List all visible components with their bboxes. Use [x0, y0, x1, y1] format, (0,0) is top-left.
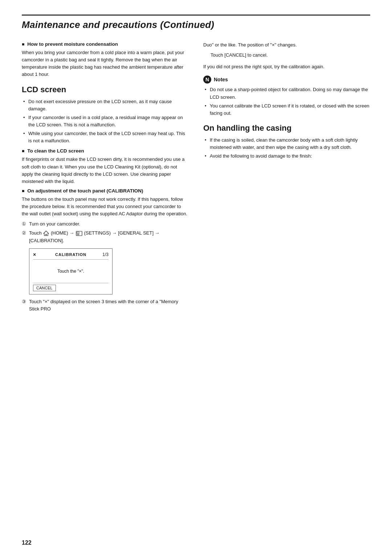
- svg-rect-2: [77, 232, 79, 233]
- lcd-bullet-list: Do not exert excessive pressure on the L…: [22, 98, 189, 145]
- calibration-box: × CALIBRATION 1/3 Touch the "×". CANCEL: [29, 248, 113, 294]
- clean-lcd-heading: To clean the LCD screen: [22, 148, 189, 154]
- left-column: How to prevent moisture condensation Whe…: [22, 41, 189, 315]
- right-column: Duo" or the like. The position of "×" ch…: [203, 41, 370, 315]
- list-item: If the casing is soiled, clean the camco…: [203, 137, 370, 151]
- list-item: Do not exert excessive pressure on the L…: [22, 98, 189, 113]
- step-num: ①: [22, 220, 26, 228]
- cancel-button[interactable]: CANCEL: [33, 285, 56, 291]
- page-header: Maintenance and precautions (Continued): [22, 15, 370, 31]
- notes-icon: N: [203, 76, 211, 84]
- list-item: While using your camcorder, the back of …: [22, 130, 189, 145]
- continuation-text: Duo" or the like. The position of "×" ch…: [203, 41, 370, 49]
- calib-page: 1/3: [93, 252, 109, 257]
- list-item: Do not use a sharp-pointed object for ca…: [203, 86, 370, 101]
- list-item: ① Turn on your camcorder.: [22, 220, 189, 228]
- moisture-body: When you bring your camcorder from a col…: [22, 49, 189, 78]
- cancel-text: Touch [CANCEL] to cancel.: [211, 52, 370, 59]
- list-item: ② Touch (HOME) →: [22, 229, 189, 245]
- two-column-layout: How to prevent moisture condensation Whe…: [22, 41, 370, 315]
- page-number: 122: [22, 540, 32, 546]
- list-item: If your camcorder is used in a cold plac…: [22, 114, 189, 129]
- svg-marker-0: [44, 231, 49, 236]
- step3-container: ③ Touch "×" displayed on the screen 3 ti…: [22, 298, 189, 313]
- calib-title: CALIBRATION: [48, 252, 94, 257]
- retry-text: If you did not press the right spot, try…: [203, 63, 370, 70]
- casing-bullet-list: If the casing is soiled, clean the camco…: [203, 137, 370, 160]
- calibration-steps: ① Turn on your camcorder. ② Touch (HOME)…: [22, 220, 189, 244]
- step-num: ③: [22, 298, 26, 305]
- casing-heading: On handling the casing: [203, 123, 370, 133]
- list-item: You cannot calibrate the LCD screen if i…: [203, 102, 370, 117]
- calib-instruction: Touch the "×".: [57, 269, 84, 274]
- calibration-body: The buttons on the touch panel may not w…: [22, 196, 189, 217]
- calib-x: ×: [33, 252, 48, 257]
- page: Maintenance and precautions (Continued) …: [0, 0, 392, 557]
- calib-footer: CANCEL: [33, 283, 109, 291]
- lcd-heading: LCD screen: [22, 85, 189, 94]
- list-item: ③ Touch "×" displayed on the screen 3 ti…: [22, 298, 189, 313]
- home-icon: [43, 231, 49, 236]
- calib-body: Touch the "×".: [33, 261, 109, 281]
- list-item: Avoid the following to avoid damage to t…: [203, 153, 370, 160]
- calibration-heading: On adjustment of the touch panel (CALIBR…: [22, 188, 189, 194]
- step-num: ②: [22, 229, 26, 237]
- moisture-heading: How to prevent moisture condensation: [22, 41, 189, 47]
- notes-heading: N Notes: [203, 76, 370, 84]
- calib-header: × CALIBRATION 1/3: [33, 252, 109, 260]
- notes-list: Do not use a sharp-pointed object for ca…: [203, 86, 370, 117]
- clean-lcd-body: If fingerprints or dust make the LCD scr…: [22, 156, 189, 185]
- settings-icon: [76, 231, 82, 236]
